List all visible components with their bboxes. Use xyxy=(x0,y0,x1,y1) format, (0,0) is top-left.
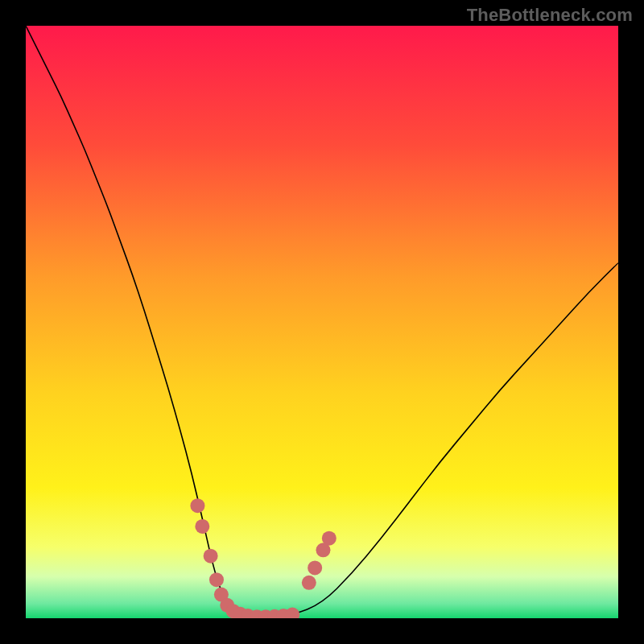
highlight-dot xyxy=(209,572,224,587)
highlight-dot xyxy=(204,549,218,564)
gradient-background xyxy=(26,26,618,618)
highlight-dot xyxy=(195,519,209,534)
bottleneck-chart xyxy=(26,26,618,618)
watermark-text: TheBottleneck.com xyxy=(467,5,633,26)
highlight-dot xyxy=(302,576,316,590)
plot-area xyxy=(26,26,618,618)
highlight-dot xyxy=(308,560,322,575)
highlight-dot xyxy=(190,498,204,513)
highlight-dot xyxy=(322,531,336,546)
chart-frame: TheBottleneck.com xyxy=(0,0,644,644)
